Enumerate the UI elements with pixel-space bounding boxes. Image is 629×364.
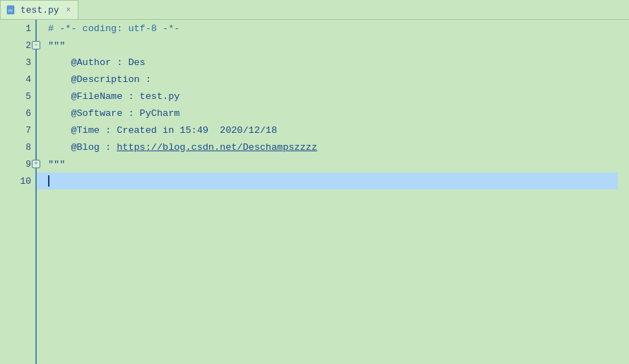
line-num-9: 9 + bbox=[0, 155, 35, 172]
code-area[interactable]: # -*- coding: utf-8 -*- """ @Author : De… bbox=[37, 20, 629, 364]
line-num-1: 1 bbox=[0, 20, 35, 37]
line-num-4: 4 bbox=[0, 71, 35, 88]
line-num-2: 2 − bbox=[0, 37, 35, 54]
line-8-link[interactable]: https://blog.csdn.net/Deschampszzzz bbox=[117, 142, 317, 153]
line-1-content: # -*- coding: utf-8 -*- bbox=[48, 23, 180, 34]
python-file-icon: py bbox=[6, 5, 16, 15]
code-line-6: @Software : PyCharm bbox=[48, 105, 629, 122]
code-line-7: @Time : Created in 15:49 2020/12/18 bbox=[48, 122, 629, 139]
line-5-content: @FileName : test.py bbox=[48, 91, 180, 102]
line-2-content: """ bbox=[48, 40, 65, 51]
line-num-6: 6 bbox=[0, 105, 35, 122]
text-cursor bbox=[48, 175, 49, 187]
fold-close-icon[interactable]: + bbox=[32, 160, 40, 168]
tab-close-button[interactable]: × bbox=[66, 6, 71, 14]
line-6-content: @Software : PyCharm bbox=[48, 108, 180, 119]
line-4-content: @Description : bbox=[48, 74, 151, 85]
line-numbers: 1 2 − 3 4 5 6 7 8 bbox=[0, 20, 37, 364]
line-num-5: 5 bbox=[0, 88, 35, 105]
editor-body: 1 2 − 3 4 5 6 7 8 bbox=[0, 20, 629, 364]
editor-container: py test.py × 1 2 − 3 4 5 bbox=[0, 0, 629, 364]
line-8-prefix: @Blog : bbox=[48, 142, 117, 153]
code-line-10[interactable] bbox=[37, 172, 618, 189]
tab-filename: test.py bbox=[20, 5, 59, 16]
code-line-2: """ bbox=[48, 37, 629, 54]
code-line-4: @Description : bbox=[48, 71, 629, 88]
line-3-content: @Author : Des bbox=[48, 57, 146, 68]
svg-text:py: py bbox=[8, 8, 13, 13]
line-num-7: 7 bbox=[0, 122, 35, 139]
code-line-1: # -*- coding: utf-8 -*- bbox=[48, 20, 629, 37]
code-line-5: @FileName : test.py bbox=[48, 88, 629, 105]
tab-bar: py test.py × bbox=[0, 0, 629, 20]
code-line-8: @Blog : https://blog.csdn.net/Deschampsz… bbox=[48, 139, 629, 155]
file-tab[interactable]: py test.py × bbox=[0, 0, 78, 19]
line-num-3: 3 bbox=[0, 54, 35, 71]
line-9-content: """ bbox=[48, 159, 65, 170]
line-num-8: 8 bbox=[0, 139, 35, 155]
line-num-10: 10 bbox=[0, 172, 35, 189]
code-line-9: """ bbox=[48, 155, 629, 172]
line-7-content: @Time : Created in 15:49 2020/12/18 bbox=[48, 125, 277, 136]
code-line-3: @Author : Des bbox=[48, 54, 629, 71]
fold-open-icon[interactable]: − bbox=[32, 41, 40, 49]
